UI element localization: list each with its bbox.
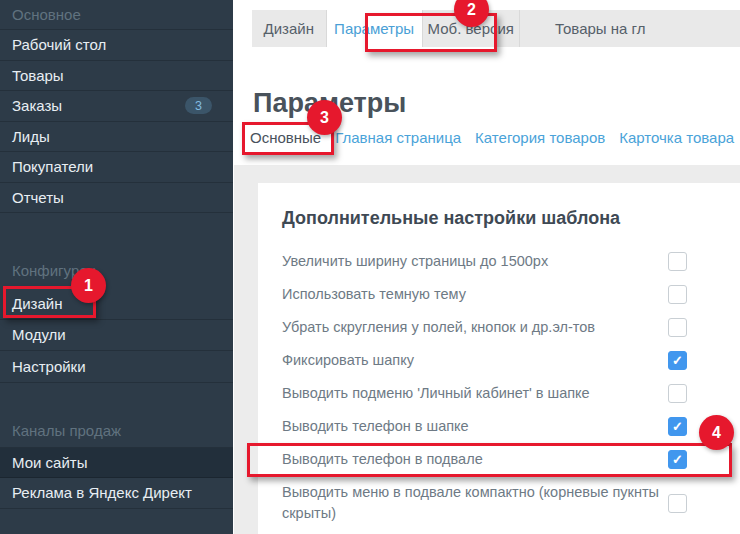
sidebar-section-configuration: КонфигурацДизайнМодулиНастройки (0, 253, 233, 383)
sidebar-item-label: Настройки (12, 358, 86, 375)
sidebar-section-label: Конфигурац (0, 253, 233, 288)
sidebar-item-label: Дизайн (12, 295, 62, 312)
setting-row: Фиксировать шапку (282, 350, 740, 371)
subtab-home-page[interactable]: Главная страница (335, 129, 461, 146)
setting-label: Выводить подменю 'Личный кабинет' в шапк… (282, 383, 668, 404)
setting-label: Увеличить ширину страницы до 1500px (282, 251, 668, 272)
sidebar-item-yandex-direct[interactable]: Реклама в Яндекс Директ (0, 478, 233, 509)
sidebar-item-orders[interactable]: Заказы3 (0, 91, 233, 122)
sidebar-item-label: Товары (12, 67, 64, 84)
sidebar-item-label: Модули (12, 326, 66, 343)
setting-row: Выводить телефон в шапке (282, 416, 740, 437)
sidebar-section-sales-channels: Каналы продажМои сайтыРеклама в Яндекс Д… (0, 414, 233, 509)
setting-checkbox[interactable] (668, 384, 687, 403)
sidebar: ОсновноеРабочий столТоварыЗаказы3ЛидыПок… (0, 0, 233, 534)
subtab-product-category[interactable]: Категория товаров (475, 129, 605, 146)
tab-products-on-main[interactable]: Товары на гл (520, 10, 740, 47)
setting-label: Выводить меню в подвале компактно (корне… (282, 482, 668, 524)
sidebar-item-desktop[interactable]: Рабочий стол (0, 30, 233, 61)
sidebar-item-label: Покупатели (12, 158, 93, 175)
sidebar-item-my-sites[interactable]: Мои сайты (0, 448, 233, 479)
sidebar-item-label: Заказы (12, 97, 62, 114)
setting-row: Использовать темную тему (282, 284, 740, 305)
sidebar-item-modules[interactable]: Модули (0, 320, 233, 352)
orders-count-badge: 3 (185, 97, 212, 114)
setting-row: Выводить телефон в подвале (282, 449, 740, 470)
setting-checkbox[interactable] (668, 318, 687, 337)
setting-label: Использовать темную тему (282, 284, 668, 305)
sidebar-section-label: Основное (0, 0, 233, 30)
sidebar-item-customers[interactable]: Покупатели (0, 152, 233, 183)
sidebar-item-label: Реклама в Яндекс Директ (12, 484, 192, 501)
setting-row: Убрать скругления у полей, кнопок и др.э… (282, 317, 740, 338)
setting-label: Выводить телефон в подвале (282, 449, 668, 470)
setting-label: Фиксировать шапку (282, 350, 668, 371)
setting-row: Увеличить ширину страницы до 1500px (282, 251, 740, 272)
setting-checkbox[interactable] (668, 285, 687, 304)
sidebar-item-reports[interactable]: Отчеты (0, 183, 233, 214)
admin-panel: ОсновноеРабочий столТоварыЗаказы3ЛидыПок… (0, 0, 740, 534)
setting-checkbox[interactable] (668, 450, 687, 469)
sidebar-item-settings[interactable]: Настройки (0, 351, 233, 383)
settings-options-list: Увеличить ширину страницы до 1500pxИспол… (282, 251, 740, 524)
setting-checkbox[interactable] (668, 351, 687, 370)
sidebar-item-label: Лиды (12, 128, 50, 145)
design-tabbar: ДизайнПараметрыМоб. версияТовары на гл (252, 10, 740, 47)
sidebar-section-main: ОсновноеРабочий столТоварыЗаказы3ЛидыПок… (0, 0, 233, 213)
setting-checkbox[interactable] (668, 494, 687, 513)
setting-label: Выводить телефон в шапке (282, 416, 668, 437)
setting-checkbox[interactable] (668, 252, 687, 271)
tab-params[interactable]: Параметры (327, 10, 423, 47)
sidebar-item-products[interactable]: Товары (0, 61, 233, 92)
subtab-product-card[interactable]: Карточка товара (619, 129, 734, 146)
card-heading: Дополнительные настройки шаблона (282, 208, 740, 228)
settings-subtabs: ОсновныеГлавная страницаКатегория товаро… (250, 129, 740, 146)
sidebar-item-label: Отчеты (12, 189, 64, 206)
subtab-main[interactable]: Основные (250, 129, 321, 146)
setting-row: Выводить подменю 'Личный кабинет' в шапк… (282, 383, 740, 404)
sidebar-item-label: Рабочий стол (12, 36, 106, 53)
page-title: Параметры (253, 88, 406, 119)
main-content: ДизайнПараметрыМоб. версияТовары на гл П… (233, 0, 740, 534)
setting-checkbox[interactable] (668, 417, 687, 436)
setting-row: Выводить меню в подвале компактно (корне… (282, 482, 740, 524)
sidebar-item-design[interactable]: Дизайн (0, 288, 233, 320)
sidebar-item-leads[interactable]: Лиды (0, 122, 233, 153)
tab-mobile-version[interactable]: Моб. версия (423, 10, 520, 47)
settings-zone: Дополнительные настройки шаблона Увеличи… (234, 165, 740, 534)
tab-design[interactable]: Дизайн (252, 10, 327, 47)
sidebar-section-label: Каналы продаж (0, 414, 233, 448)
sidebar-item-label: Мои сайты (12, 454, 87, 471)
setting-label: Убрать скругления у полей, кнопок и др.э… (282, 317, 668, 338)
template-settings-card: Дополнительные настройки шаблона Увеличи… (258, 183, 740, 534)
